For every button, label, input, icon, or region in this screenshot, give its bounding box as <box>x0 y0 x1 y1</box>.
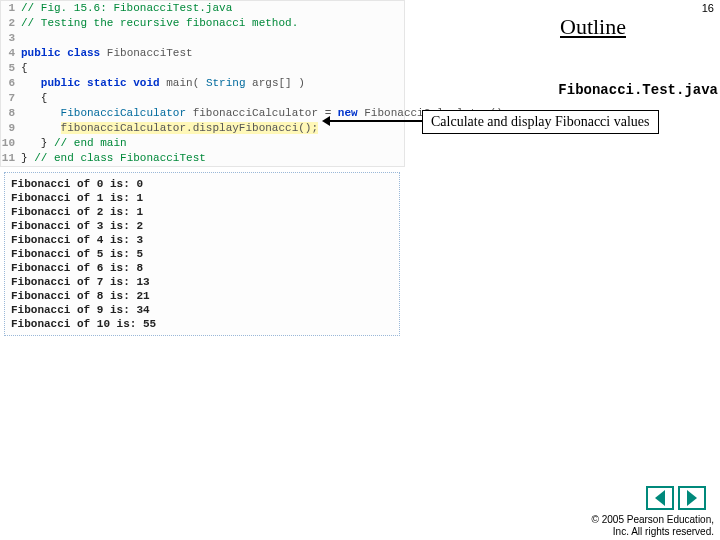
code-listing: 1 // Fig. 15.6: FibonacciTest.java 2 // … <box>0 0 405 167</box>
triangle-left-icon <box>655 490 665 506</box>
code-content: public static void main( String args[] ) <box>19 76 305 91</box>
line-number: 8 <box>1 106 19 121</box>
line-number: 6 <box>1 76 19 91</box>
code-content: // Fig. 15.6: FibonacciTest.java <box>19 1 232 16</box>
code-line: 8 FibonacciCalculator fibonacciCalculato… <box>1 106 404 121</box>
code-line: 1 // Fig. 15.6: FibonacciTest.java <box>1 1 404 16</box>
code-line: 2 // Testing the recursive fibonacci met… <box>1 16 404 31</box>
callout-arrow <box>330 120 422 122</box>
code-content: } // end main <box>19 136 127 151</box>
line-number: 2 <box>1 16 19 31</box>
code-line: 7 { <box>1 91 404 106</box>
code-line: 3 <box>1 31 404 46</box>
line-number: 9 <box>1 121 19 136</box>
line-number: 7 <box>1 91 19 106</box>
copyright-text: © 2005 Pearson Education, Inc. All right… <box>592 514 714 538</box>
line-number: 11 <box>1 151 19 166</box>
outline-heading: Outline <box>560 14 626 40</box>
line-number: 5 <box>1 61 19 76</box>
callout-box: Calculate and display Fibonacci values <box>422 110 659 134</box>
copyright-line2: Inc. All rights reserved. <box>592 526 714 538</box>
code-content <box>19 31 28 46</box>
prev-button[interactable] <box>646 486 674 510</box>
code-line: 10 } // end main <box>1 136 404 151</box>
triangle-right-icon <box>687 490 697 506</box>
code-line: 5 { <box>1 61 404 76</box>
code-content: // Testing the recursive fibonacci metho… <box>19 16 298 31</box>
line-number: 3 <box>1 31 19 46</box>
code-content: { <box>19 61 28 76</box>
copyright-line1: © 2005 Pearson Education, <box>592 514 714 526</box>
next-button[interactable] <box>678 486 706 510</box>
program-output: Fibonacci of 0 is: 0 Fibonacci of 1 is: … <box>4 172 400 336</box>
code-line: 6 public static void main( String args[]… <box>1 76 404 91</box>
code-line: 4 public class FibonacciTest <box>1 46 404 61</box>
nav-controls <box>646 486 706 510</box>
code-line: 9 fibonacciCalculator.displayFibonacci()… <box>1 121 404 136</box>
line-number: 10 <box>1 136 19 151</box>
code-line: 11 } // end class FibonacciTest <box>1 151 404 166</box>
line-number: 4 <box>1 46 19 61</box>
code-content: } // end class FibonacciTest <box>19 151 206 166</box>
page-number: 16 <box>702 2 714 14</box>
filename-label: Fibonacci.Test.java <box>558 82 718 98</box>
code-content: { <box>19 91 47 106</box>
code-content: fibonacciCalculator.displayFibonacci(); <box>19 121 318 136</box>
code-content: public class FibonacciTest <box>19 46 193 61</box>
line-number: 1 <box>1 1 19 16</box>
